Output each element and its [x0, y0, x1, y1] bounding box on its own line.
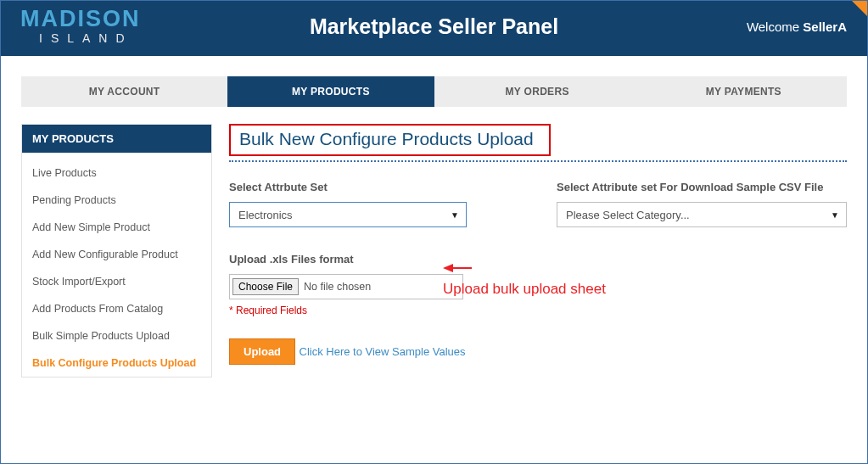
panel-title: Marketplace Seller Panel — [1, 14, 867, 39]
sidebar-item-add-configurable[interactable]: Add New Configurable Product — [22, 241, 211, 268]
svg-marker-1 — [443, 264, 453, 272]
choose-file-button[interactable]: Choose File — [232, 278, 299, 295]
page-title-wrap: Bulk New Configure Products Upload — [229, 124, 847, 156]
sidebar: MY PRODUCTS Live Products Pending Produc… — [21, 124, 212, 377]
caret-down-icon: ▼ — [451, 210, 459, 220]
caret-down-icon: ▼ — [831, 210, 839, 220]
file-input[interactable]: Choose File No file chosen — [229, 274, 463, 299]
sidebar-item-catalog[interactable]: Add Products From Catalog — [22, 295, 211, 322]
tab-my-payments[interactable]: MY PAYMENTS — [641, 76, 847, 107]
header-bar: MADISON ISLAND Marketplace Seller Panel … — [1, 1, 867, 56]
sidebar-list: Live Products Pending Products Add New S… — [22, 159, 211, 377]
form-row: Select Attrbute Set Electronics ▼ Upload… — [229, 181, 847, 365]
form-col-right: Select Attribute set For Download Sample… — [557, 181, 847, 365]
view-sample-link[interactable]: Click Here to View Sample Values — [300, 345, 466, 358]
sidebar-item-pending-products[interactable]: Pending Products — [22, 187, 211, 214]
tab-my-account[interactable]: MY ACCOUNT — [21, 76, 227, 107]
sidebar-item-bulk-configure[interactable]: Bulk Configure Products Upload — [22, 349, 211, 377]
corner-accent-icon — [852, 1, 867, 16]
sidebar-item-add-simple[interactable]: Add New Simple Product — [22, 214, 211, 241]
sample-csv-select[interactable]: Please Select Category... ▼ — [557, 202, 847, 227]
annotation-arrow-icon — [443, 262, 472, 274]
tab-my-products[interactable]: MY PRODUCTS — [227, 76, 434, 107]
sidebar-item-bulk-simple[interactable]: Bulk Simple Products Upload — [22, 322, 211, 349]
sidebar-title: MY PRODUCTS — [22, 125, 211, 153]
dotted-divider — [229, 160, 847, 162]
page-title: Bulk New Configure Products Upload — [229, 124, 551, 156]
attr-set-select[interactable]: Electronics ▼ — [229, 202, 467, 227]
sample-csv-label: Select Attribute set For Download Sample… — [557, 181, 847, 193]
sidebar-item-stock-io[interactable]: Stock Import/Export — [22, 268, 211, 295]
attr-set-label: Select Attrbute Set — [229, 181, 506, 193]
welcome-text: Welcome SellerA — [747, 20, 847, 34]
tab-my-orders[interactable]: MY ORDERS — [434, 76, 641, 107]
main-panel: Bulk New Configure Products Upload Selec… — [229, 124, 847, 377]
required-fields-text: * Required Fields — [229, 305, 506, 316]
annotation-text: Upload bulk upload sheet — [443, 281, 606, 298]
sample-csv-value: Please Select Category... — [566, 209, 690, 221]
no-file-text: No file chosen — [304, 281, 371, 293]
welcome-user: SellerA — [803, 20, 847, 34]
content-area: MY PRODUCTS Live Products Pending Produc… — [21, 124, 847, 377]
welcome-prefix: Welcome — [747, 20, 803, 34]
attr-set-value: Electronics — [238, 209, 293, 221]
top-nav: MY ACCOUNT MY PRODUCTS MY ORDERS MY PAYM… — [21, 76, 847, 107]
sidebar-item-live-products[interactable]: Live Products — [22, 159, 211, 187]
upload-button[interactable]: Upload — [229, 338, 295, 365]
